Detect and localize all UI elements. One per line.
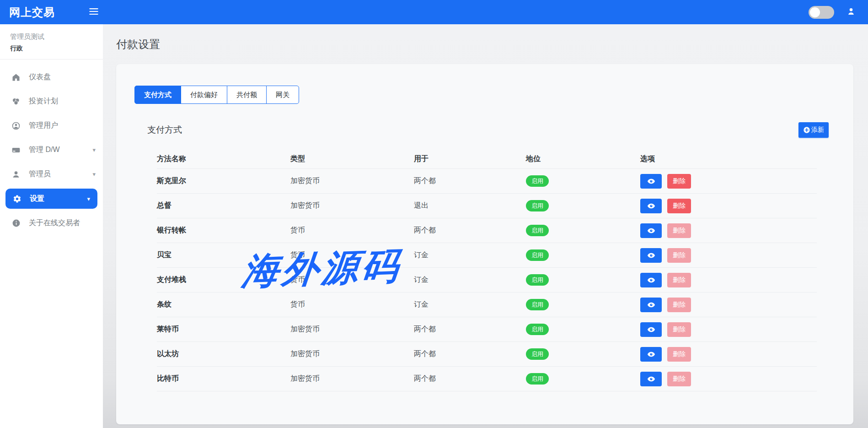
add-new-button[interactable]: 添新 xyxy=(798,122,829,138)
add-new-label: 添新 xyxy=(811,126,824,134)
eye-icon xyxy=(647,202,655,210)
tab-bar: 支付方式 付款偏好 共付额 网关 xyxy=(134,86,835,104)
method-type: 加密货币 xyxy=(290,374,414,384)
toggle-knob xyxy=(810,7,820,17)
view-button[interactable] xyxy=(640,248,662,263)
payment-methods-table: 方法名称 类型 用于 地位 选项 斯克里尔加密货币两个都启用删除总督加密货币退出… xyxy=(157,150,817,391)
main-content: 付款设置 支付方式 付款偏好 共付额 网关 支付方式 添新 方法名称 类型 用于… xyxy=(103,24,868,428)
method-used-for: 两个都 xyxy=(414,226,526,235)
delete-button[interactable]: 删除 xyxy=(667,273,691,287)
status-badge: 启用 xyxy=(526,249,549,261)
method-name: 条纹 xyxy=(157,300,290,309)
view-button[interactable] xyxy=(640,322,662,337)
table-row: 总督加密货币退出启用删除 xyxy=(157,194,817,218)
sidebar-item-about[interactable]: 关于在线交易者 xyxy=(0,211,103,235)
sidebar-menu: 仪表盘 投资计划 管理用户 管理 D/W ▾ 管理员 ▾ xyxy=(0,60,103,235)
method-name: 总督 xyxy=(157,201,290,211)
app-title: 网上交易 xyxy=(9,5,55,20)
home-icon xyxy=(11,73,21,82)
table-header-row: 方法名称 类型 用于 地位 选项 xyxy=(157,150,817,169)
eye-icon xyxy=(647,350,655,358)
method-type: 加密货币 xyxy=(290,349,414,359)
admin-role: 行政 xyxy=(10,44,94,53)
status-badge: 启用 xyxy=(526,348,549,360)
method-name: 支付堆栈 xyxy=(157,275,290,285)
theme-toggle-switch[interactable] xyxy=(809,6,834,19)
method-used-for: 订金 xyxy=(414,250,526,260)
method-name: 斯克里尔 xyxy=(157,176,290,186)
delete-button[interactable]: 删除 xyxy=(667,322,691,337)
sidebar-item-manage-users[interactable]: 管理用户 xyxy=(0,114,103,138)
view-button[interactable] xyxy=(640,199,662,213)
delete-button[interactable]: 删除 xyxy=(667,298,691,312)
chevron-down-icon: ▾ xyxy=(92,171,96,178)
view-button[interactable] xyxy=(640,372,662,386)
sidebar-item-investment-plans[interactable]: 投资计划 xyxy=(0,89,103,114)
status-badge: 启用 xyxy=(526,274,549,286)
user-menu-button[interactable] xyxy=(846,6,856,18)
panel-title: 支付方式 xyxy=(147,124,182,136)
delete-button[interactable]: 删除 xyxy=(667,248,691,263)
delete-button[interactable]: 删除 xyxy=(667,199,691,213)
status-badge: 启用 xyxy=(526,225,549,236)
tab-payment-preferences[interactable]: 付款偏好 xyxy=(181,86,227,104)
method-type: 加密货币 xyxy=(290,325,414,334)
sidebar-item-settings[interactable]: 设置 ▾ xyxy=(5,189,97,209)
delete-button[interactable]: 删除 xyxy=(667,347,691,362)
eye-icon xyxy=(647,301,655,309)
eye-icon xyxy=(647,227,655,235)
eye-icon xyxy=(647,325,655,334)
delete-button[interactable]: 删除 xyxy=(667,223,691,238)
eye-icon xyxy=(647,251,655,260)
status-badge: 启用 xyxy=(526,324,549,335)
hamburger-menu-button[interactable] xyxy=(88,5,100,19)
method-name: 贝宝 xyxy=(157,250,290,260)
table-row: 斯克里尔加密货币两个都启用删除 xyxy=(157,169,817,194)
table-row: 支付堆栈货币订金启用删除 xyxy=(157,268,817,293)
method-name: 以太坊 xyxy=(157,349,290,359)
top-navbar: 网上交易 xyxy=(0,0,868,24)
plus-circle-icon xyxy=(803,126,810,134)
status-badge: 启用 xyxy=(526,299,549,310)
view-button[interactable] xyxy=(640,223,662,238)
method-used-for: 两个都 xyxy=(414,325,526,334)
tab-payment-methods[interactable]: 支付方式 xyxy=(134,86,181,104)
payment-settings-card: 支付方式 付款偏好 共付额 网关 支付方式 添新 方法名称 类型 用于 地位 选… xyxy=(116,64,853,424)
view-button[interactable] xyxy=(640,273,662,287)
method-used-for: 退出 xyxy=(414,201,526,211)
table-row: 莱特币加密货币两个都启用删除 xyxy=(157,317,817,342)
hamburger-icon xyxy=(88,5,100,19)
view-button[interactable] xyxy=(640,347,662,362)
delete-button[interactable]: 删除 xyxy=(667,372,691,386)
sidebar-user-block: 管理员测试 行政 xyxy=(0,24,103,60)
delete-button[interactable]: 删除 xyxy=(667,174,691,189)
tab-gateways[interactable]: 网关 xyxy=(266,86,299,104)
status-badge: 启用 xyxy=(526,200,549,211)
chevron-down-icon: ▾ xyxy=(92,146,96,153)
col-header-method-name: 方法名称 xyxy=(157,154,290,164)
col-header-type: 类型 xyxy=(290,154,414,164)
info-icon xyxy=(11,219,21,228)
method-used-for: 两个都 xyxy=(414,374,526,384)
view-button[interactable] xyxy=(640,298,662,312)
method-name: 银行转帐 xyxy=(157,226,290,235)
method-type: 加密货币 xyxy=(290,201,414,211)
method-type: 货币 xyxy=(290,275,414,285)
sidebar-item-label: 设置 xyxy=(30,194,44,204)
method-type: 货币 xyxy=(290,300,414,309)
sidebar-item-manage-dw[interactable]: 管理 D/W ▾ xyxy=(0,138,103,162)
eye-icon xyxy=(647,177,655,185)
table-row: 条纹货币订金启用删除 xyxy=(157,293,817,317)
sidebar-item-admins[interactable]: 管理员 ▾ xyxy=(0,162,103,186)
sidebar-item-label: 管理用户 xyxy=(29,121,58,130)
eye-icon xyxy=(647,276,655,284)
table-row: 贝宝货币订金启用删除 xyxy=(157,243,817,268)
eye-icon xyxy=(647,375,655,383)
table-row: 银行转帐货币两个都启用删除 xyxy=(157,218,817,243)
method-used-for: 两个都 xyxy=(414,176,526,186)
sidebar-item-label: 关于在线交易者 xyxy=(29,218,80,228)
tab-copay[interactable]: 共付额 xyxy=(227,86,267,104)
sidebar-item-dashboard[interactable]: 仪表盘 xyxy=(0,65,103,89)
view-button[interactable] xyxy=(640,174,662,189)
table-body: 斯克里尔加密货币两个都启用删除总督加密货币退出启用删除银行转帐货币两个都启用删除… xyxy=(157,169,817,391)
